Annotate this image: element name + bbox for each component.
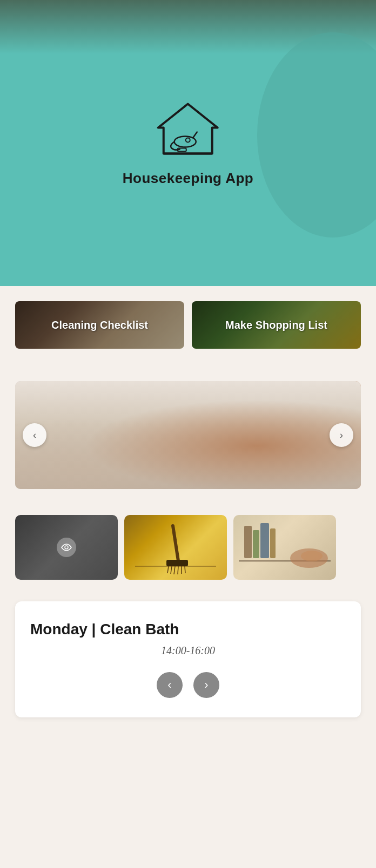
slideshow-image [15,381,361,489]
schedule-title: Monday | Clean Bath [30,621,346,638]
thumb-1-eye-overlay [15,515,118,580]
hero-content: Housekeeping App [123,100,254,187]
thumb-2-bg [124,515,227,580]
make-shopping-list-button[interactable]: Make Shopping List [192,301,361,349]
slideshow-inner: ‹ › [15,381,361,489]
svg-point-22 [301,551,323,561]
svg-line-8 [173,526,178,561]
svg-point-5 [186,138,190,143]
svg-line-11 [171,566,172,574]
svg-line-13 [178,566,178,574]
schedule-card: Monday | Clean Bath 14:00-16:00 ‹ › [15,601,361,717]
schedule-next-button[interactable]: › [193,672,219,698]
svg-marker-0 [158,104,218,154]
thumbnail-2[interactable] [124,515,227,580]
svg-rect-9 [166,560,188,566]
chevron-left-icon: ‹ [167,678,171,692]
svg-point-2 [174,137,196,147]
thumbnail-1[interactable] [15,515,118,580]
slideshow: ‹ › [15,381,361,489]
chevron-right-icon: › [204,678,208,692]
svg-line-10 [167,566,169,573]
thumbnails-row [0,489,376,580]
thumb-3-bg [233,515,336,580]
slideshow-prev-button[interactable]: ‹ [23,423,46,447]
thumbnail-3[interactable] [233,515,336,580]
schedule-time: 14:00-16:00 [30,645,346,657]
svg-rect-18 [260,523,269,558]
svg-line-4 [193,132,197,138]
schedule-navigation: ‹ › [30,672,346,698]
shopping-list-label: Make Shopping List [192,301,361,349]
eye-icon [57,538,76,557]
svg-rect-17 [253,530,259,558]
cleaning-checklist-button[interactable]: Cleaning Checklist [15,301,184,349]
schedule-prev-button[interactable]: ‹ [157,672,183,698]
hero-title: Housekeeping App [123,170,254,187]
action-cards-row: Cleaning Checklist Make Shopping List [0,286,376,349]
svg-rect-19 [270,528,276,558]
house-vacuum-icon [153,100,223,161]
svg-rect-16 [244,526,252,558]
hero-circle-decoration [257,32,376,238]
slideshow-next-button[interactable]: › [330,423,353,447]
svg-line-12 [174,566,175,574]
chevron-left-icon: ‹ [33,430,36,441]
bottom-spacer [0,717,376,750]
hero-section: Housekeeping App [0,0,376,286]
chevron-right-icon: › [340,430,343,441]
spacer-1 [0,349,376,381]
cleaning-checklist-label: Cleaning Checklist [15,301,184,349]
svg-line-15 [185,566,185,573]
svg-point-6 [65,546,68,549]
